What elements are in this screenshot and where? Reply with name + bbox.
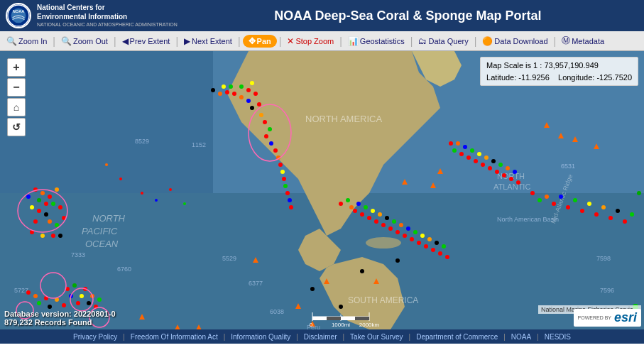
svg-point-187 <box>225 90 229 94</box>
svg-point-78 <box>246 88 251 92</box>
zoom-in-button[interactable]: 🔍 Zoom In <box>3 35 50 48</box>
svg-point-194 <box>119 178 122 180</box>
stop-zoom-button[interactable]: ✕ Stop Zoom <box>283 35 337 48</box>
svg-point-86 <box>268 127 272 131</box>
svg-text:1152: 1152 <box>192 141 206 148</box>
svg-point-107 <box>374 219 378 224</box>
footer-info-quality[interactable]: Information Quality <box>231 333 290 341</box>
svg-point-189 <box>218 92 222 96</box>
svg-point-121 <box>424 244 428 248</box>
svg-point-132 <box>463 145 467 149</box>
svg-point-80 <box>250 81 254 85</box>
svg-point-46 <box>33 219 38 224</box>
svg-point-131 <box>459 152 464 156</box>
svg-point-130 <box>456 141 460 146</box>
sep6: | <box>339 36 342 47</box>
footer-survey[interactable]: Take Our Survey <box>350 333 403 341</box>
zoom-in-map-button[interactable]: + <box>7 58 26 77</box>
svg-point-195 <box>105 163 108 166</box>
reset-button[interactable]: ↺ <box>7 118 26 136</box>
geostatistics-button[interactable]: 📊 Geostatistics <box>344 35 408 48</box>
svg-point-193 <box>183 202 186 205</box>
svg-point-43 <box>58 205 62 209</box>
svg-point-44 <box>37 209 41 213</box>
metadata-button[interactable]: Ⓜ Metadata <box>558 33 608 48</box>
svg-point-102 <box>356 202 361 206</box>
svg-point-162 <box>630 212 634 217</box>
svg-text:7333: 7333 <box>71 251 85 258</box>
page-title: NOAA Deep-Sea Coral & Sponge Map Portal <box>178 9 638 23</box>
data-download-button[interactable]: 🟠 Data Download <box>479 35 551 48</box>
svg-point-98 <box>339 202 343 206</box>
svg-point-45 <box>44 212 48 217</box>
svg-point-42 <box>55 187 59 192</box>
sep1: | <box>53 36 55 47</box>
svg-point-48 <box>55 223 59 227</box>
svg-point-105 <box>367 216 371 220</box>
footer-foia[interactable]: Freedom Of Information Act <box>131 333 218 341</box>
data-query-button[interactable]: 🗂 Data Query <box>415 35 471 48</box>
pan-button[interactable]: ✥ Pan <box>243 35 277 48</box>
svg-text:SOUTH AMERICA: SOUTH AMERICA <box>348 295 418 305</box>
home-button[interactable]: ⌂ <box>7 98 26 116</box>
footer-commerce[interactable]: Department of Commerce <box>416 333 498 341</box>
footer-privacy-policy[interactable]: Privacy Policy <box>73 333 117 341</box>
esri-text: esri <box>614 310 637 325</box>
prev-extent-button[interactable]: ◀ Prev Extent <box>119 35 174 48</box>
toolbar: 🔍 Zoom In | 🔍 Zoom Out | ◀ Prev Extent |… <box>0 31 644 51</box>
map-scale-label: Map Scale is 1 : 73,957,190.949 <box>486 60 632 72</box>
svg-point-191 <box>155 199 158 202</box>
zoom-out-map-button[interactable]: − <box>7 78 26 97</box>
svg-text:6038: 6038 <box>270 308 284 315</box>
svg-text:1000mi: 1000mi <box>332 322 350 328</box>
footer-sep7: | <box>537 333 539 341</box>
next-extent-button[interactable]: ▶ Next Extent <box>180 35 236 48</box>
svg-point-58 <box>48 305 52 309</box>
svg-point-147 <box>516 180 520 185</box>
svg-point-157 <box>594 212 599 217</box>
svg-point-40 <box>48 195 52 199</box>
footer-noaa[interactable]: NOAA <box>511 333 531 341</box>
svg-point-83 <box>250 106 254 110</box>
footer-nesdis[interactable]: NESDIS <box>545 333 571 341</box>
svg-point-148 <box>530 191 535 195</box>
svg-point-134 <box>470 148 474 153</box>
esri-logo: POWERED BY esri <box>574 309 641 327</box>
svg-point-186 <box>222 84 226 89</box>
svg-text:NORTH AMERICA: NORTH AMERICA <box>305 114 382 124</box>
svg-point-111 <box>388 226 393 231</box>
svg-point-183 <box>360 269 364 273</box>
svg-point-133 <box>466 155 471 160</box>
svg-point-150 <box>545 195 549 199</box>
svg-point-75 <box>232 92 236 96</box>
svg-point-158 <box>601 205 606 209</box>
svg-text:2000km: 2000km <box>359 322 380 328</box>
svg-point-140 <box>491 159 496 163</box>
stop-icon: ✕ <box>287 36 294 46</box>
svg-point-10 <box>366 237 401 248</box>
svg-point-144 <box>506 166 510 170</box>
svg-point-35 <box>37 198 41 202</box>
svg-point-39 <box>26 195 31 199</box>
svg-point-84 <box>259 113 263 117</box>
map-container[interactable]: NORTH ATLANTIC NORTH PACIFIC OCEAN SOUTH… <box>0 51 644 329</box>
footer-disclaimer[interactable]: Disclaimer <box>304 333 337 341</box>
zoom-in-icon: 🔍 <box>6 36 17 46</box>
prev-icon: ◀ <box>122 36 129 46</box>
sep4: | <box>238 36 241 47</box>
db-info: Database version: 20220801-0 879,232 Rec… <box>4 310 116 327</box>
map-scale-info: Map Scale is 1 : 73,957,190.949 Latitude… <box>480 57 638 86</box>
svg-point-47 <box>48 219 52 224</box>
svg-point-60 <box>62 303 66 307</box>
sep9: | <box>554 36 557 47</box>
svg-point-181 <box>310 287 315 291</box>
app-header: NOAA National Centers for Environmental … <box>0 0 644 31</box>
svg-point-139 <box>488 166 492 170</box>
svg-point-93 <box>282 177 286 181</box>
sep8: | <box>474 36 477 47</box>
svg-point-155 <box>580 209 584 213</box>
svg-text:NORTH: NORTH <box>92 213 126 224</box>
svg-point-92 <box>280 170 285 174</box>
footer-sep6: | <box>503 333 506 341</box>
zoom-out-button[interactable]: 🔍 Zoom Out <box>58 35 111 48</box>
